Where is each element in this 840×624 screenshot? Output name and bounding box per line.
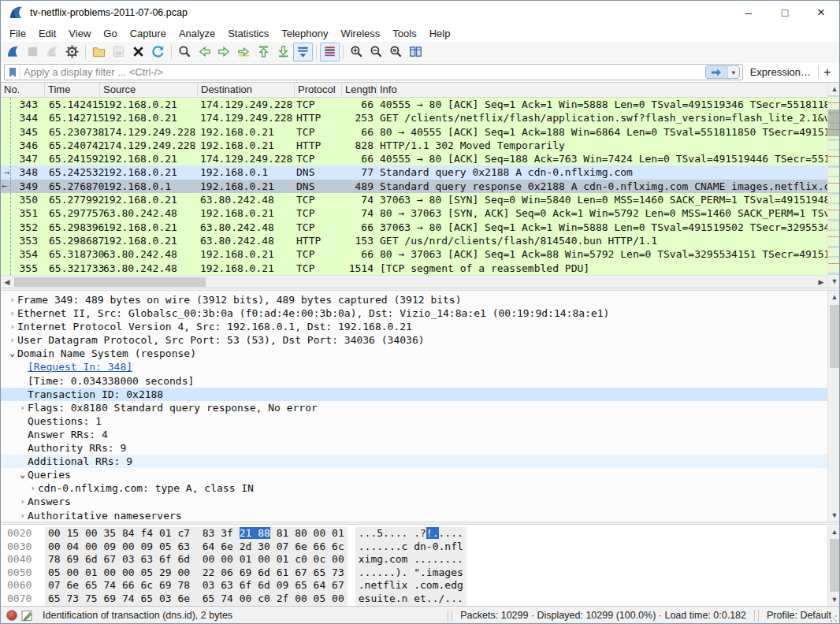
packet-row-349[interactable]: 34965.276870192.168.0.1192.168.0.21DNS48…	[1, 180, 827, 193]
expression-button[interactable]: Expression…	[743, 66, 818, 78]
zoom-in-icon[interactable]	[347, 43, 366, 61]
expand-chevron-icon[interactable]: ›	[17, 509, 28, 522]
hex-vscrollbar[interactable]: ▲ ▼	[827, 526, 840, 606]
minimize-button[interactable]: –	[730, 1, 767, 24]
profile-status[interactable]: Profile: Default	[760, 610, 839, 621]
detail-line-6[interactable]: [Time: 0.034338000 seconds]	[1, 374, 827, 388]
collapse-chevron-icon[interactable]: ⌄	[17, 468, 28, 481]
go-first-packet-icon[interactable]	[254, 43, 273, 61]
detail-line-4[interactable]: ⌄Domain Name System (response)	[1, 347, 827, 360]
menu-item-view[interactable]: View	[62, 26, 97, 41]
hex-row-0050[interactable]: 005005 00 01 00 00 05 29 00 22 06 69 6d …	[1, 566, 827, 580]
hex-row-0060[interactable]: 006007 6e 65 74 66 6c 69 78 03 63 6f 6d …	[1, 579, 827, 592]
collapse-chevron-icon[interactable]: ⌄	[7, 347, 17, 360]
apply-filter-arrow-icon[interactable]	[706, 66, 727, 78]
menu-item-edit[interactable]: Edit	[32, 26, 62, 41]
save-file-icon[interactable]	[109, 43, 128, 61]
filter-bookmark-icon[interactable]	[5, 65, 20, 80]
expand-chevron-icon[interactable]: ›	[7, 306, 17, 320]
detail-line-13[interactable]: ⌄Queries	[1, 468, 827, 481]
reload-file-icon[interactable]	[148, 43, 168, 61]
packet-row-347[interactable]: 34765.241592192.168.0.21174.129.249.228T…	[1, 152, 827, 165]
detail-scroll-thumb[interactable]	[830, 305, 839, 368]
packet-row-345[interactable]: 34565.230738174.129.249.228192.168.0.21T…	[1, 125, 827, 139]
zoom-100-icon[interactable]	[386, 43, 406, 61]
packet-list-minimap[interactable]	[828, 95, 840, 275]
hex-row-0040[interactable]: 004078 69 6d 67 03 63 6f 6d 00 00 01 00 …	[1, 553, 827, 566]
minimap-thumb[interactable]	[828, 110, 840, 136]
start-capture-icon[interactable]	[3, 43, 23, 61]
detail-line-11[interactable]: Authority RRs: 9	[1, 441, 827, 455]
restart-capture-icon[interactable]	[43, 43, 62, 61]
vscroll-up-arrow-icon[interactable]: ▲	[828, 291, 840, 303]
detail-line-2[interactable]: ›Internet Protocol Version 4, Src: 192.1…	[1, 320, 827, 333]
apply-dropdown-caret-icon[interactable]: ▾	[727, 66, 739, 78]
detail-line-3[interactable]: ›User Datagram Protocol, Src Port: 53 (5…	[1, 333, 827, 347]
find-packet-magnifier-icon[interactable]	[175, 43, 195, 61]
detail-line-1[interactable]: ›Ethernet II, Src: Globalsc_00:3b:0a (f0…	[1, 306, 827, 320]
display-filter-input[interactable]	[20, 65, 705, 79]
expand-chevron-icon[interactable]: ›	[17, 401, 28, 414]
go-back-arrow-icon[interactable]	[195, 43, 214, 61]
go-forward-arrow-icon[interactable]	[214, 43, 234, 61]
column-header-info[interactable]: Info	[377, 83, 827, 97]
packet-row-350[interactable]: 35065.277992192.168.0.2163.80.242.48TCP7…	[1, 193, 827, 206]
maximize-button[interactable]: □	[767, 1, 803, 24]
apply-filter-button[interactable]: ▾	[705, 65, 740, 79]
detail-line-0[interactable]: ›Frame 349: 489 bytes on wire (3912 bits…	[1, 293, 827, 306]
go-to-packet-icon[interactable]	[234, 43, 254, 61]
detail-line-10[interactable]: Answer RRs: 4	[1, 428, 827, 441]
detail-line-14[interactable]: ›cdn-0.nflximg.com: type A, class IN	[1, 481, 827, 495]
menu-item-capture[interactable]: Capture	[124, 26, 173, 41]
packet-row-343[interactable]: 34365.142415192.168.0.21174.129.249.228T…	[1, 98, 827, 111]
hscroll-thumb[interactable]	[14, 277, 206, 287]
menu-item-telephony[interactable]: Telephony	[275, 26, 334, 41]
hscroll-left-arrow-icon[interactable]: ◀	[1, 276, 13, 288]
zoom-out-icon[interactable]	[366, 43, 386, 61]
detail-line-5[interactable]: [Request In: 348]	[1, 360, 827, 373]
packet-row-351[interactable]: 35165.29775763.80.242.48192.168.0.21TCP7…	[1, 206, 827, 220]
expand-chevron-icon[interactable]: ›	[17, 495, 28, 508]
packet-row-355[interactable]: 35565.32173363.80.242.48192.168.0.21TCP1…	[1, 262, 827, 275]
stop-capture-icon[interactable]	[23, 43, 43, 61]
menu-item-file[interactable]: File	[3, 26, 32, 41]
packet-row-348[interactable]: 34865.242532192.168.0.21192.168.0.1DNS77…	[1, 165, 827, 179]
hex-row-0030[interactable]: 003000 04 00 09 00 09 05 63 64 6e 2d 30 …	[1, 540, 827, 554]
capture-options-gear-icon[interactable]	[62, 43, 82, 61]
column-header-time[interactable]: Time	[45, 83, 100, 97]
expand-chevron-icon[interactable]: ›	[28, 481, 38, 495]
column-header-destination[interactable]: Destination	[198, 83, 295, 97]
expand-chevron-icon[interactable]: ›	[7, 333, 17, 347]
detail-line-16[interactable]: ›Authoritative nameservers	[1, 509, 827, 522]
expand-chevron-icon[interactable]: ›	[7, 320, 17, 333]
detail-hex-splitter[interactable]	[1, 522, 839, 525]
hex-row-0070[interactable]: 007065 73 75 69 74 65 03 6e 65 74 00 c0 …	[1, 592, 827, 606]
column-header-protocol[interactable]: Protocol	[295, 83, 342, 97]
packet-row-346[interactable]: 34665.240742174.129.249.228192.168.0.21H…	[1, 139, 827, 152]
hscroll-right-arrow-icon[interactable]: ▶	[815, 276, 827, 288]
add-filter-button[interactable]: +	[819, 65, 836, 80]
vscroll-down-arrow-icon[interactable]: ▼	[828, 509, 840, 522]
detail-line-12[interactable]: Additional RRs: 9	[1, 455, 827, 468]
detail-vscrollbar[interactable]: ▲ ▼	[827, 291, 840, 522]
menu-item-help[interactable]: Help	[423, 26, 457, 41]
capture-comment-icon[interactable]	[21, 610, 33, 622]
detail-line-7[interactable]: Transaction ID: 0x2188	[1, 388, 827, 401]
expert-info-icon[interactable]	[6, 610, 17, 621]
menu-item-tools[interactable]: Tools	[386, 26, 422, 41]
packet-row-354[interactable]: 35465.31873063.80.242.48192.168.0.21TCP6…	[1, 247, 827, 261]
hex-scroll-thumb[interactable]	[830, 539, 839, 592]
detail-line-15[interactable]: ›Answers	[1, 495, 827, 508]
resize-grip[interactable]	[830, 615, 838, 622]
hex-row-0020[interactable]: 002000 15 00 35 84 f4 01 c7 83 3f 21 88 …	[1, 527, 827, 540]
vscroll-down-arrow-icon[interactable]: ▼	[828, 593, 840, 606]
packet-row-352[interactable]: 35265.298396192.168.0.2163.80.242.48TCP6…	[1, 221, 827, 234]
vscroll-up-arrow-icon[interactable]: ▲	[828, 526, 840, 538]
column-header-length[interactable]: Length	[342, 83, 377, 97]
go-last-packet-icon[interactable]	[273, 43, 293, 61]
column-header-no[interactable]: No.	[1, 83, 45, 97]
resize-columns-icon[interactable]	[406, 43, 426, 61]
detail-line-9[interactable]: Questions: 1	[1, 414, 827, 428]
detail-line-8[interactable]: ›Flags: 0x8180 Standard query response, …	[1, 401, 827, 414]
open-file-folder-icon[interactable]	[89, 43, 109, 61]
